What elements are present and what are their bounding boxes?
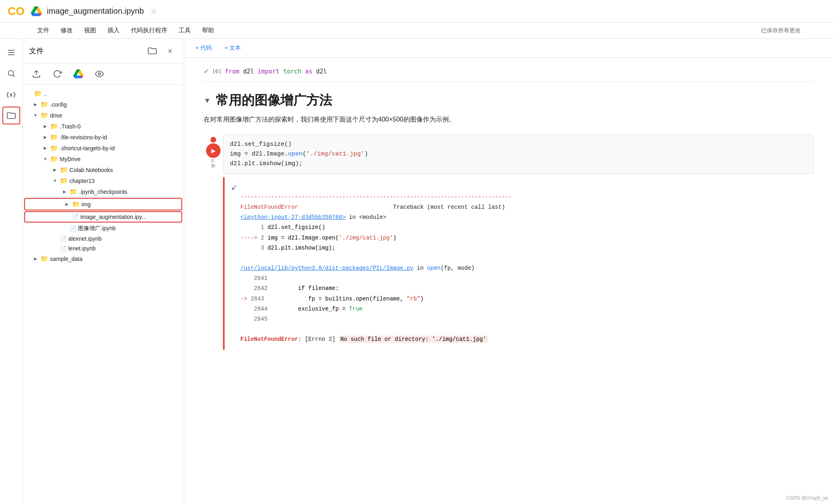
- error-content: ----------------------------------------…: [240, 182, 512, 345]
- from-kw: from: [225, 68, 239, 75]
- add-text-btn[interactable]: + 文本: [220, 42, 246, 54]
- close-sidebar-btn[interactable]: ×: [163, 44, 177, 58]
- tree-item-chapter13[interactable]: ▼ 📁 chapter13: [23, 175, 184, 186]
- error-header-row: ↙ --------------------------------------…: [231, 182, 807, 345]
- config-arrow[interactable]: ▶: [32, 101, 39, 108]
- heading-text: 常用的图像增广方法: [216, 92, 332, 109]
- colab-logo: CO: [6, 2, 26, 21]
- menu-file[interactable]: 文件: [32, 25, 54, 36]
- import-kw: import: [258, 68, 280, 75]
- tree-item-image-aug[interactable]: 📄 image_augmentation.ipy...: [24, 211, 182, 223]
- sidebar-header: 文件 ×: [23, 39, 184, 63]
- drive-icon-title: [31, 6, 42, 16]
- error-dot: [210, 137, 216, 143]
- saved-status: 已保存所有更改: [761, 27, 801, 34]
- menu-edit[interactable]: 修改: [56, 25, 78, 36]
- cell-number-6: [6]: [212, 68, 221, 74]
- code-text: d2l.set_figsize() img = d2l.Image.open('…: [230, 140, 807, 169]
- tree-item-colab-nb[interactable]: ▶ 📁 Colab Notebooks: [23, 164, 184, 175]
- cell-gutter: ▶ 0 秒: [204, 134, 223, 169]
- as-kw: as: [305, 68, 312, 75]
- search-icon-btn[interactable]: [2, 65, 20, 82]
- cell-6: ✓ [6] from d2l import torch as d2l: [204, 64, 814, 78]
- cell-check-icon: ✓: [204, 67, 209, 75]
- menu-insert[interactable]: 插入: [103, 25, 124, 36]
- sidebar: 文件 ×: [23, 39, 184, 504]
- sidebar-actions: [23, 63, 184, 85]
- add-code-btn[interactable]: + 代码: [191, 42, 217, 54]
- tree-item-img-aug-cn[interactable]: 📄 图像增广.ipynb: [23, 223, 184, 234]
- tree-item-mydrive[interactable]: ▼ 📁 MyDrive: [23, 153, 184, 164]
- output-expand-icon[interactable]: ↙: [231, 183, 237, 192]
- menu-view[interactable]: 视图: [79, 25, 101, 36]
- new-folder-btn[interactable]: [145, 44, 160, 58]
- tree-item-config[interactable]: ▶ 📁 .config: [23, 99, 184, 110]
- file-title: image_augmentation.ipynb: [47, 6, 144, 16]
- drive-upload-btn[interactable]: [71, 67, 86, 81]
- notebook-toolbar: + 代码 + 文本: [184, 39, 833, 58]
- drive-icon: [31, 6, 42, 16]
- menu-bar: 文件 修改 视图 插入 代码执行程序 工具 帮助 已保存所有更改: [0, 23, 833, 39]
- variables-icon-btn[interactable]: {x}: [2, 86, 20, 103]
- error-code-cell: ▶ 0 秒 d2l.set_figsize() img = d2l.Image.…: [204, 134, 814, 174]
- run-btn[interactable]: ▶: [206, 143, 221, 158]
- section-heading: ▼ 常用的图像增广方法: [204, 92, 814, 109]
- section-desc: 在对常用图像增广方法的探索时，我们将使用下面这个尺寸为400×500的图像作为示…: [204, 114, 814, 125]
- cell-time: 0 秒: [211, 159, 215, 169]
- upload-file-btn[interactable]: [29, 67, 44, 81]
- tree-item-parent[interactable]: 📁 ..: [23, 88, 184, 99]
- sidebar-title: 文件: [29, 46, 142, 56]
- svg-point-3: [8, 71, 13, 76]
- files-icon-btn[interactable]: [2, 107, 20, 124]
- file-tree: 📁 .. ▶ 📁 .config ▼ 📁 drive ▶ 📁 .Trash-0: [23, 85, 184, 504]
- left-panel: {x}: [0, 39, 23, 504]
- tree-item-lenet[interactable]: 📄 lenet.ipynb: [23, 244, 184, 253]
- main-content: + 代码 + 文本 ✓ [6] from d2l import torch as…: [184, 39, 833, 504]
- menu-runtime[interactable]: 代码执行程序: [126, 25, 172, 36]
- notebook-area: ✓ [6] from d2l import torch as d2l ▼ 常用的…: [184, 58, 833, 504]
- tree-item-trash[interactable]: ▶ 📁 .Trash-0: [23, 121, 184, 132]
- eye-btn[interactable]: [92, 67, 107, 81]
- toc-icon-btn[interactable]: [2, 44, 20, 61]
- tree-item-file-rev[interactable]: ▶ 📁 .file-revisions-by-id: [23, 132, 184, 143]
- svg-line-4: [13, 75, 15, 77]
- tree-item-sample-data[interactable]: ▶ 📁 sample_data: [23, 253, 184, 264]
- watermark: CSDN @chnyj5_ya: [786, 495, 828, 501]
- main-layout: {x} 文件 ×: [0, 39, 833, 504]
- tree-item-img[interactable]: ▶ 📁 img: [24, 198, 182, 210]
- star-icon[interactable]: ☆: [150, 7, 157, 16]
- cell-6-code: from d2l import torch as d2l: [225, 68, 327, 75]
- top-bar: CO image_augmentation.ipynb ☆: [0, 0, 833, 23]
- cell-body[interactable]: d2l.set_figsize() img = d2l.Image.open('…: [223, 134, 814, 174]
- heading-collapse-arrow[interactable]: ▼: [204, 97, 211, 105]
- tree-item-alexnet[interactable]: 📄 alexnet.ipynb: [23, 234, 184, 244]
- tree-item-ipynb-ck[interactable]: ▶ 📁 .ipynb_checkpoints: [23, 186, 184, 197]
- drive-arrow[interactable]: ▼: [32, 112, 39, 119]
- tree-item-shortcut[interactable]: ▶ 📁 .shortcut-targets-by-id: [23, 143, 184, 153]
- tree-item-drive[interactable]: ▼ 📁 drive: [23, 110, 184, 121]
- menu-tools[interactable]: 工具: [174, 25, 196, 36]
- error-output: ↙ --------------------------------------…: [223, 177, 814, 350]
- menu-help[interactable]: 帮助: [197, 25, 219, 36]
- refresh-btn[interactable]: [50, 67, 65, 81]
- svg-point-6: [98, 73, 101, 75]
